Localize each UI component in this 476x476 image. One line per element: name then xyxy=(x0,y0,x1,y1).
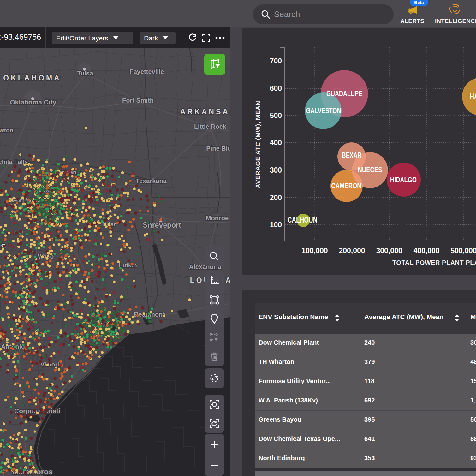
svg-text:TOTAL POWER PLANT PLANNED CAPA: TOTAL POWER PLANT PLANNED CAPACITY (MW) xyxy=(392,259,476,266)
svg-text:500,000: 500,000 xyxy=(450,247,476,255)
svg-text:300: 300 xyxy=(270,166,282,174)
svg-text:CAMERON: CAMERON xyxy=(331,182,361,190)
svg-text:100,000: 100,000 xyxy=(301,247,328,255)
svg-text:CALHOUN: CALHOUN xyxy=(288,216,318,224)
svg-text:100: 100 xyxy=(270,221,282,229)
svg-text:OKLAHOMA: OKLAHOMA xyxy=(3,74,61,82)
svg-text:Pine Bluff: Pine Bluff xyxy=(206,145,230,152)
svg-text:700: 700 xyxy=(270,57,282,65)
svg-text:HIDALGO: HIDALGO xyxy=(390,176,417,184)
svg-text:Texarkana: Texarkana xyxy=(136,177,167,184)
svg-text:BEXAR: BEXAR xyxy=(342,151,362,159)
svg-text:ARKANSAS: ARKANSAS xyxy=(180,108,230,116)
svg-text:Tulsa: Tulsa xyxy=(77,70,94,77)
svg-text:Fort Smith: Fort Smith xyxy=(122,97,154,104)
svg-text:500: 500 xyxy=(270,111,282,120)
svg-text:300,000: 300,000 xyxy=(376,247,402,255)
svg-text:GUADALUPE: GUADALUPE xyxy=(326,90,362,98)
svg-text:Monroe: Monroe xyxy=(206,215,229,222)
svg-text:200,000: 200,000 xyxy=(339,247,365,255)
svg-text:400,000: 400,000 xyxy=(413,247,439,255)
svg-text:Lawton: Lawton xyxy=(0,127,13,134)
svg-text:Little Rock: Little Rock xyxy=(194,123,227,130)
svg-text:Fayetteville: Fayetteville xyxy=(130,68,164,75)
svg-text:NUECES: NUECES xyxy=(358,166,382,174)
svg-text:200: 200 xyxy=(270,193,282,202)
svg-text:HARRIS: HARRIS xyxy=(470,92,476,100)
svg-text:400: 400 xyxy=(270,139,282,147)
svg-text:GALVESTON: GALVESTON xyxy=(306,107,341,115)
svg-text:AVERAGE ATC (MW), MEAN: AVERAGE ATC (MW), MEAN xyxy=(254,101,261,188)
svg-text:600: 600 xyxy=(270,84,282,92)
